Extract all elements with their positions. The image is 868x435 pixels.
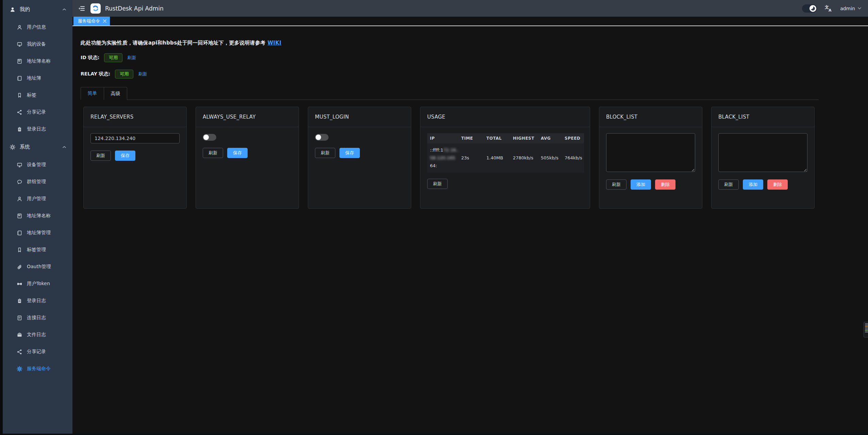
black-list-delete-button[interactable]: 删除 <box>767 179 788 190</box>
notebook-icon <box>17 75 22 81</box>
black-list-refresh-button[interactable]: 刷新 <box>718 179 739 190</box>
usage-refresh-button[interactable]: 刷新 <box>427 179 448 189</box>
wiki-link[interactable]: WIKI <box>267 40 281 46</box>
translate-icon[interactable]: 文A <box>824 4 833 13</box>
document-lines-icon <box>17 315 22 321</box>
id-status-badge[interactable]: 可用 <box>104 53 122 62</box>
id-status-refresh-link[interactable]: 刷新 <box>127 55 136 61</box>
id-status-row: ID 状态: 可用 刷新 <box>81 53 860 63</box>
usage-total-cell: 1.40MB <box>484 143 510 173</box>
black-list-add-button[interactable]: 添加 <box>743 179 763 190</box>
window-edge <box>0 0 3 435</box>
app-title: RustDesk Api Admin <box>105 5 164 12</box>
relay-servers-save-button[interactable]: 保存 <box>115 151 135 161</box>
usage-table-header-row: IP TIME TOTAL HIGHEST AVG SPEED <box>427 133 584 143</box>
sidebar-item-oauth-management[interactable]: Oauth管理 <box>3 258 72 275</box>
must-login-switch[interactable] <box>315 134 329 141</box>
sidebar: 我的 用户信息 我的设备 地址簿名称 <box>3 0 72 434</box>
relay-status-badge[interactable]: 可用 <box>115 70 133 79</box>
sidebar-item-tags[interactable]: 标签 <box>3 87 72 104</box>
block-list-add-button[interactable]: 添加 <box>631 179 651 190</box>
sidebar-item-tag-management[interactable]: 标签管理 <box>3 241 72 258</box>
always-use-relay-refresh-button[interactable]: 刷新 <box>203 148 223 158</box>
usage-card: USAGE IP TIME TOTAL HIGHEST AVG <box>420 107 590 209</box>
edge-widget-bar <box>865 330 868 331</box>
always-use-relay-switch[interactable] <box>203 134 216 141</box>
user-icon <box>17 24 22 30</box>
sidebar-item-addressbook-names[interactable]: 地址簿名称 <box>3 53 72 70</box>
app-root: 我的 用户信息 我的设备 地址簿名称 <box>3 0 868 434</box>
tab-simple[interactable]: 简单 <box>81 87 104 100</box>
topbar-right: 文A admin <box>802 4 861 13</box>
block-list-textarea[interactable] <box>606 133 695 172</box>
sidebar-item-my-devices[interactable]: 我的设备 <box>3 36 72 53</box>
sidebar-item-label: 用户Token <box>27 281 50 287</box>
always-use-relay-save-button[interactable]: 保存 <box>227 148 248 158</box>
sidebar-item-user-token[interactable]: 用户Token <box>3 275 72 292</box>
card-title: ALWAYS_USE_RELAY <box>196 107 299 127</box>
card-title: BLACK_LIST <box>712 107 814 127</box>
sidebar-item-share-records[interactable]: 分享记录 <box>3 104 72 121</box>
id-status-label: ID 状态: <box>81 55 99 61</box>
sidebar-fold-icon[interactable] <box>78 5 85 12</box>
sidebar-item-label: Oauth管理 <box>27 264 51 270</box>
clipboard-icon <box>17 126 22 132</box>
share-icon <box>17 109 22 115</box>
block-list-delete-button[interactable]: 删除 <box>655 179 675 190</box>
usage-highest-cell: 2780kb/s <box>510 143 538 173</box>
chevron-up-icon <box>62 145 66 149</box>
redacted-ip-part: 58.120.165 <box>430 155 455 160</box>
sidebar-item-label: 连接日志 <box>27 315 46 321</box>
moon-icon <box>811 6 815 11</box>
must-login-save-button[interactable]: 保存 <box>339 148 360 158</box>
usage-col-highest: HIGHEST <box>510 133 538 143</box>
relay-status-row: RELAY 状态: 可用 刷新 <box>81 69 860 79</box>
sidebar-item-user-info[interactable]: 用户信息 <box>3 19 72 36</box>
route-tab-server-commands[interactable]: 服务端命令 <box>73 17 110 25</box>
relay-servers-input[interactable] <box>90 133 180 143</box>
user-filled-icon <box>10 6 16 13</box>
sidebar-item-label: 服务端命令 <box>27 366 51 372</box>
user-menu[interactable]: admin <box>840 6 861 11</box>
sidebar-item-server-commands[interactable]: 服务端命令 <box>3 360 72 377</box>
usage-col-speed: SPEED <box>562 133 584 143</box>
relay-servers-card: RELAY_SERVERS 刷新 保存 <box>83 107 187 209</box>
edge-widget-bar <box>865 329 868 330</box>
sidebar-item-addressbook-names-admin[interactable]: 地址簿名称 <box>3 207 72 224</box>
edge-widget[interactable] <box>864 322 868 337</box>
sidebar-item-share-records-admin[interactable]: 分享记录 <box>3 343 72 360</box>
dark-mode-toggle[interactable] <box>802 4 817 13</box>
sidebar-section-system[interactable]: 系统 <box>3 138 72 156</box>
tab-advanced[interactable]: 高级 <box>104 87 127 100</box>
sidebar-item-user-management[interactable]: 用户管理 <box>3 190 72 207</box>
relay-servers-refresh-button[interactable]: 刷新 <box>90 151 111 161</box>
card-title: MUST_LOGIN <box>308 107 411 127</box>
sidebar-item-addressbook[interactable]: 地址簿 <box>3 70 72 87</box>
rustdesk-logo <box>90 3 101 14</box>
sidebar-item-connection-logs[interactable]: 连接日志 <box>3 309 72 326</box>
sidebar-item-label: 地址簿 <box>27 75 41 81</box>
book-name-icon <box>17 58 22 64</box>
sidebar-item-addressbook-management[interactable]: 地址簿管理 <box>3 224 72 241</box>
briefcase-icon <box>17 332 22 338</box>
sidebar-item-login-logs[interactable]: 登录日志 <box>3 121 72 138</box>
gear-icon <box>10 144 16 150</box>
settings-cards: RELAY_SERVERS 刷新 保存 ALWAYS_USE_RELAY <box>81 100 819 209</box>
block-list-refresh-button[interactable]: 刷新 <box>606 179 627 190</box>
close-icon[interactable] <box>103 19 106 23</box>
sidebar-item-login-logs-admin[interactable]: 登录日志 <box>3 292 72 309</box>
sidebar-item-group-management[interactable]: 群组管理 <box>3 173 72 190</box>
sidebar-item-device-management[interactable]: 设备管理 <box>3 156 72 173</box>
sidebar-section-my[interactable]: 我的 <box>3 0 72 19</box>
chevron-up-icon <box>62 8 66 11</box>
sidebar-item-label: 地址簿管理 <box>27 230 51 236</box>
sidebar-item-file-logs[interactable]: 文件日志 <box>3 326 72 343</box>
must-login-refresh-button[interactable]: 刷新 <box>315 148 335 158</box>
sidebar-item-label: 设备管理 <box>27 162 46 168</box>
black-list-textarea[interactable] <box>718 133 807 172</box>
edge-widget-bar <box>865 325 868 326</box>
usage-ip-cell: ::ffff:172.16.. 58.120.165 64: <box>427 143 458 173</box>
page-content: 此处功能为实验性质，请确保api和hbbs处于同一回环地址下，更多说明请参考WI… <box>72 26 868 434</box>
paperclip-icon <box>17 264 22 270</box>
relay-status-refresh-link[interactable]: 刷新 <box>138 71 147 77</box>
